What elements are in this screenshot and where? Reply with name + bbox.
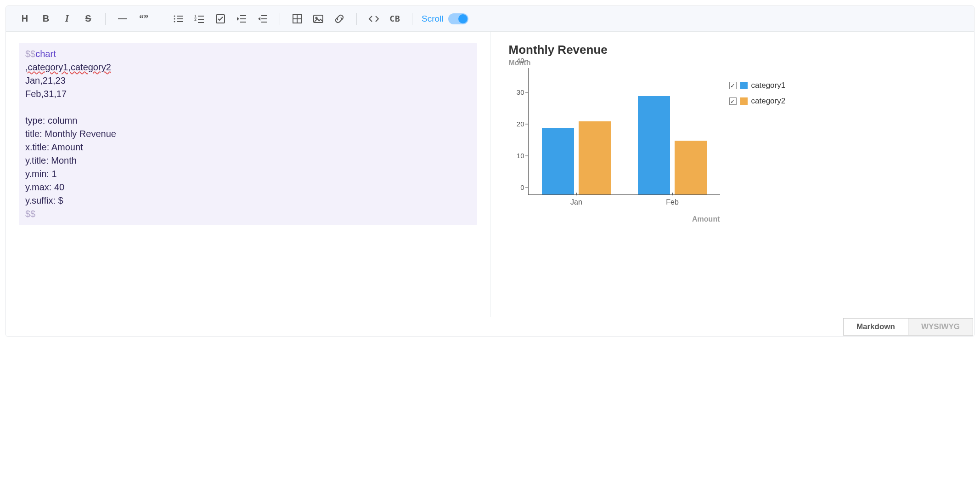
tab-wysiwyg[interactable]: WYSIWYG xyxy=(908,318,973,336)
source-code-block[interactable]: $$chart ,category1,category2 Jan,21,23 F… xyxy=(19,43,477,225)
chart: 010203040 JanFeb Amount xyxy=(509,68,720,206)
svg-point-5 xyxy=(174,21,175,22)
ol-button[interactable]: 1 2 xyxy=(190,9,209,29)
table-button[interactable] xyxy=(287,9,307,29)
toolbar-separator xyxy=(105,13,106,25)
scroll-label: Scroll xyxy=(422,14,444,24)
y-tick-label: 40 xyxy=(517,57,524,64)
hr-icon xyxy=(117,13,129,25)
y-tick-label: 30 xyxy=(517,88,524,96)
toolbar-separator xyxy=(412,13,412,25)
src-line: y.suffix: $ xyxy=(25,195,63,205)
outdent-icon xyxy=(257,13,269,25)
bar-category1[interactable] xyxy=(638,96,670,194)
y-tick-label: 20 xyxy=(517,120,524,128)
code-button[interactable] xyxy=(364,9,383,29)
bar-category2[interactable] xyxy=(675,141,707,194)
source-pane[interactable]: $$chart ,category1,category2 Jan,21,23 F… xyxy=(6,32,490,317)
svg-point-1 xyxy=(174,15,175,17)
legend-checkbox[interactable]: ✓ xyxy=(729,82,737,89)
tab-markdown[interactable]: Markdown xyxy=(843,318,908,336)
quote-button[interactable]: “” xyxy=(134,9,153,29)
x-axis-label: Amount xyxy=(692,215,720,223)
indent-icon xyxy=(236,13,248,25)
src-line: Jan,21,23 xyxy=(25,75,66,86)
mode-tabs: Markdown WYSIWYG xyxy=(6,317,974,336)
src-line: Feb,31,17 xyxy=(25,89,67,99)
link-icon xyxy=(333,13,345,25)
src-line: title: Monthly Revenue xyxy=(25,129,116,139)
code-icon xyxy=(368,13,380,25)
open-delim: $$ xyxy=(25,49,35,59)
codeblock-button[interactable]: CB xyxy=(385,9,405,29)
toolbar-separator xyxy=(356,13,357,25)
svg-point-23 xyxy=(316,17,317,18)
legend-item[interactable]: ✓ category1 xyxy=(729,81,786,90)
bold-button[interactable]: B xyxy=(36,9,56,29)
y-axis: 010203040 xyxy=(509,68,528,195)
editor-frame: H B I S “” 1 2 xyxy=(6,6,974,337)
y-tick-label: 0 xyxy=(520,183,524,191)
src-line: y.title: Month xyxy=(25,155,77,165)
italic-button[interactable]: I xyxy=(57,9,77,29)
chart-title: Monthly Revenue xyxy=(509,43,960,57)
hr-button[interactable] xyxy=(113,9,132,29)
legend-label: category1 xyxy=(751,81,786,90)
scroll-toggle[interactable] xyxy=(448,13,468,24)
toolbar: H B I S “” 1 2 xyxy=(6,6,974,32)
legend-checkbox[interactable]: ✓ xyxy=(729,97,737,105)
preview-pane: Monthly Revenue Month 010203040 JanFeb A… xyxy=(490,32,974,317)
indent-button[interactable] xyxy=(232,9,251,29)
editor-panes: $$chart ,category1,category2 Jan,21,23 F… xyxy=(6,32,974,317)
legend-item[interactable]: ✓ category2 xyxy=(729,97,786,106)
image-icon xyxy=(312,13,324,25)
bar-category2[interactable] xyxy=(579,121,611,194)
chart-keyword: chart xyxy=(35,49,56,59)
legend-swatch xyxy=(740,97,748,105)
legend: ✓ category1 ✓ category2 xyxy=(729,81,786,112)
ul-button[interactable] xyxy=(169,9,188,29)
close-delim: $$ xyxy=(25,209,35,219)
heading-button[interactable]: H xyxy=(15,9,34,29)
bar-category1[interactable] xyxy=(542,128,574,194)
plot-area: 010203040 JanFeb xyxy=(509,68,720,206)
ul-icon xyxy=(172,13,184,25)
outdent-button[interactable] xyxy=(253,9,272,29)
x-tick-label: Jan xyxy=(570,198,582,206)
legend-swatch xyxy=(740,82,748,89)
task-icon xyxy=(214,13,226,25)
svg-text:2: 2 xyxy=(194,17,197,22)
y-axis-label: Month xyxy=(509,59,960,67)
ol-icon: 1 2 xyxy=(193,13,205,25)
task-button[interactable] xyxy=(211,9,230,29)
toolbar-separator xyxy=(161,13,161,25)
chart-box: JanFeb xyxy=(528,68,720,195)
svg-point-3 xyxy=(174,18,175,19)
src-line: type: column xyxy=(25,115,77,125)
image-button[interactable] xyxy=(309,9,328,29)
table-icon xyxy=(291,13,303,25)
legend-label: category2 xyxy=(751,97,786,106)
link-button[interactable] xyxy=(330,9,349,29)
src-header-line: ,category1,category2 xyxy=(25,62,111,72)
src-line: y.max: 40 xyxy=(25,182,64,192)
strike-button[interactable]: S xyxy=(79,9,98,29)
toolbar-separator xyxy=(280,13,280,25)
src-line: x.title: Amount xyxy=(25,142,83,152)
y-tick-label: 10 xyxy=(517,152,524,160)
x-tick-label: Feb xyxy=(666,198,679,206)
src-line: y.min: 1 xyxy=(25,169,57,179)
